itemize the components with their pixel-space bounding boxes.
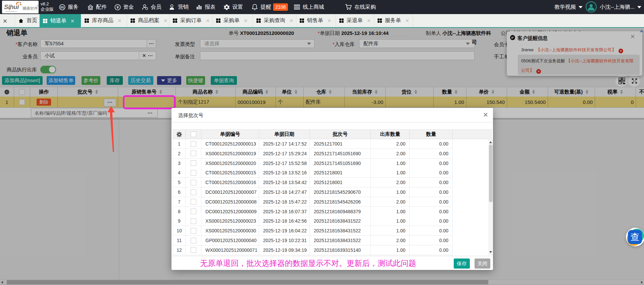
svg-text:¥: ¥	[116, 5, 119, 9]
svg-text:特: 特	[60, 5, 64, 9]
